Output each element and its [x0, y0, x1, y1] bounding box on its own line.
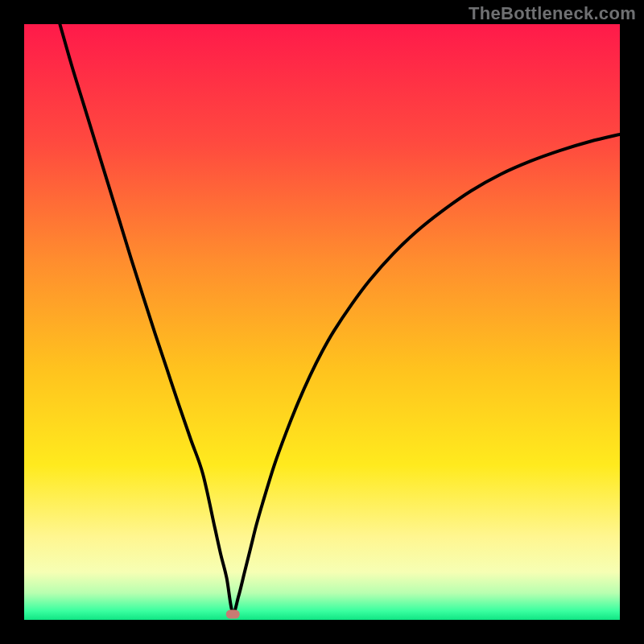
- plot-area: [24, 24, 620, 620]
- optimal-point-marker: [226, 609, 240, 618]
- chart-frame: TheBottleneck.com: [0, 0, 644, 644]
- bottleneck-curve: [60, 24, 620, 613]
- curve-layer: [24, 24, 620, 620]
- watermark-text: TheBottleneck.com: [469, 3, 636, 24]
